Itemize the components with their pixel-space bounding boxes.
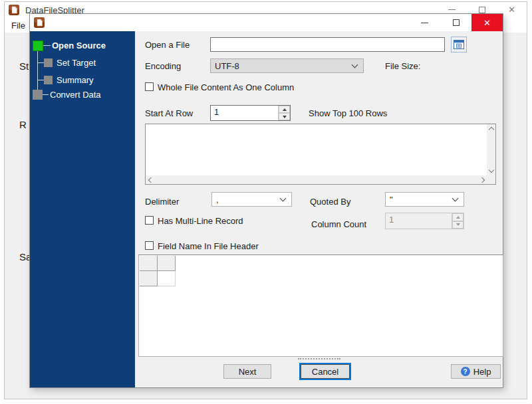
chevron-down-icon [452,195,459,202]
whole-file-checkbox[interactable] [145,82,154,91]
dialog-minimize-button[interactable] [409,14,440,31]
multiline-record-checkbox-label[interactable]: Has Multi-Line Record [158,216,243,226]
delimiter-select[interactable]: , [211,192,292,207]
maximize-icon [479,7,485,13]
whole-file-checkbox-label[interactable]: Whole File Content As One Column [158,82,294,92]
step-marker-open-source [33,41,43,51]
chevron-down-icon [352,62,358,68]
minimize-icon [421,23,428,23]
delimiter-label: Delimiter [145,197,179,207]
step-marker-set-target [44,58,53,67]
chevron-right-icon [479,177,484,182]
show-top-rows-label: Show Top 100 Rows [309,108,387,118]
cancel-button[interactable]: Cancel [301,364,350,379]
horizontal-scrollbar[interactable] [146,175,487,184]
spin-down-button[interactable] [279,113,290,120]
close-icon: ✕ [483,19,491,27]
scroll-up-button[interactable] [487,124,495,133]
scroll-left-button[interactable] [146,175,154,184]
step-connector-line [37,62,44,63]
chevron-left-icon [148,177,153,182]
quoted-by-select[interactable]: " [385,192,464,207]
spin-up-button[interactable] [279,106,290,113]
app-icon [9,5,19,15]
encoding-select[interactable]: UTF-8 [210,58,364,73]
start-at-row-label: Start At Row [145,108,193,118]
open-file-input[interactable] [210,37,445,52]
dialog-content: Open a File Encoding UTF-8 File Size: Wh… [135,31,503,387]
step-set-target: Set Target [57,58,96,68]
wizard-sidebar: Open Source Set Target Summary Convert D… [30,31,135,387]
scroll-right-button[interactable] [478,175,487,184]
delimiter-value: , [216,195,219,205]
file-size-label: File Size: [385,61,420,71]
dialog-titlebar: ✕ [30,14,503,31]
spin-down-button [452,221,464,229]
field-name-header-checkbox-label[interactable]: Field Name In File Header [158,241,259,251]
menu-file[interactable]: File [11,21,25,31]
step-connector-line [37,80,44,80]
chevron-down-icon [280,195,287,202]
arrow-up-icon [456,216,460,219]
next-button[interactable]: Next [223,364,271,379]
scroll-down-button[interactable] [487,167,495,175]
help-icon: ? [461,367,470,376]
help-button[interactable]: ? Help [451,364,501,379]
quoted-by-value: " [390,195,393,205]
step-convert-data: Convert Data [50,90,101,100]
close-icon: ✕ [508,5,515,14]
grid-column-header[interactable] [158,256,176,271]
minimize-icon [448,9,456,10]
step-connector-line [43,94,49,95]
column-count-label: Column Count [311,219,366,229]
encoding-label: Encoding [145,61,181,71]
start-at-row-spinner[interactable]: 1 [210,105,291,121]
scrollbar-corner [487,175,495,184]
vertical-scrollbar[interactable] [487,124,495,175]
step-open-source: Open Source [52,41,106,51]
quoted-by-label: Quoted By [310,197,350,207]
background-partial-label-1: St [19,60,29,72]
arrow-up-icon [283,108,287,111]
chevron-up-icon [488,127,493,132]
step-marker-summary [44,76,53,84]
spin-up-button [452,213,464,221]
dialog-close-button[interactable]: ✕ [471,14,503,31]
step-connector-line [43,45,51,46]
browse-file-button[interactable] [451,37,467,52]
multiline-record-checkbox[interactable] [145,216,154,225]
app-icon [34,17,45,28]
chevron-down-icon [488,167,493,173]
open-file-label: Open a File [145,40,190,50]
encoding-value: UTF-8 [215,61,239,71]
field-name-header-checkbox[interactable] [145,241,154,250]
arrow-down-icon [456,223,460,226]
step-marker-convert-data [33,90,43,100]
background-partial-label-2: R [19,119,27,130]
column-count-value: 1 [386,213,452,229]
column-count-spinner: 1 [385,213,464,229]
grid-data-cell[interactable] [158,271,176,286]
open-source-dialog: ✕ Open Source Set Target Summary Convert… [29,13,503,388]
grid-corner-cell[interactable] [140,256,158,271]
open-file-dialog-icon [454,40,464,49]
file-preview-textarea[interactable] [145,124,496,185]
help-button-label: Help [473,367,491,377]
maximize-icon [453,19,460,26]
data-preview-grid[interactable] [138,254,503,357]
dialog-maximize-button[interactable] [440,14,471,31]
splitter-handle[interactable] [298,358,340,359]
grid-row-header[interactable] [140,271,158,286]
step-connector-line [37,51,38,92]
grid-header-cells [140,256,176,286]
step-summary: Summary [57,75,94,86]
arrow-down-icon [283,116,287,118]
start-at-row-value: 1 [211,106,278,120]
